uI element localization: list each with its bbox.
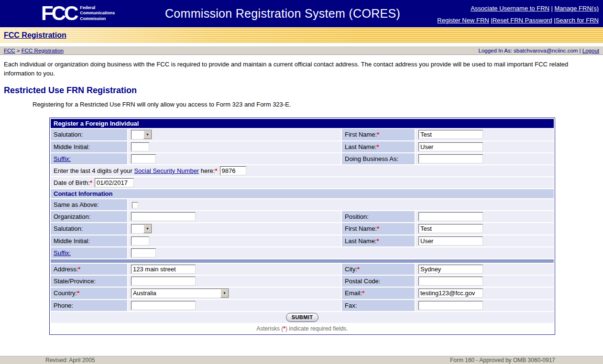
search-for-frn-link[interactable]: Search for FRN (556, 17, 599, 24)
note-text-prefix: Asterisks ( (256, 325, 283, 332)
phone-cell (128, 300, 341, 311)
required-fields-note: Asterisks (*) indicate required fields. (51, 324, 554, 333)
row-ssn: Enter the last 4 digits of your Social S… (51, 165, 554, 176)
country-cell: Australia▼ (128, 288, 341, 299)
same-as-above-cell (128, 199, 554, 210)
last-name-input[interactable] (418, 142, 483, 151)
logged-in-text: Logged In As: sbatchvarova@nciinc.com (478, 48, 578, 54)
email-label: Email:* (342, 288, 415, 299)
salutation-label: Salutation: (51, 129, 127, 140)
contact-suffix-input[interactable] (131, 248, 156, 257)
fax-cell (416, 300, 554, 311)
same-as-above-label: Same as Above: (51, 199, 127, 210)
same-as-above-checkbox[interactable] (132, 202, 138, 208)
section-divider (51, 259, 554, 263)
address-input[interactable] (131, 265, 196, 274)
logo-subtitle-line: Federal (80, 5, 115, 11)
fcc-registration-banner: FCC Registration (0, 27, 603, 43)
phone-input[interactable] (131, 301, 196, 310)
breadcrumb-separator: > (15, 48, 22, 54)
required-asterisk: * (376, 237, 379, 245)
section-header-row: Register a Foreign Individual (51, 119, 554, 128)
ssn-text-prefix: Enter the last 4 digits of your (54, 167, 134, 174)
middle-initial-input[interactable] (131, 142, 149, 151)
page-title: Restricted Use FRN Registration (4, 86, 599, 96)
contact-first-name-input[interactable] (418, 224, 483, 233)
required-asterisk: * (377, 225, 379, 232)
required-asterisk: * (376, 143, 379, 150)
row-suffix-dba: Suffix: Doing Business As: (51, 153, 554, 164)
contact-last-name-input[interactable] (418, 236, 483, 246)
section-title-contact-information: Contact Information (51, 189, 554, 198)
logo-subtitle-line: Communications (80, 11, 115, 16)
fcc-registration-banner-link[interactable]: FCC Registration (4, 31, 66, 39)
label-text: Middle Initial: (54, 237, 90, 245)
separator: | (578, 48, 582, 54)
submit-row: SUBMIT (51, 312, 554, 323)
label-text: Position: (345, 213, 369, 220)
contact-suffix-link[interactable]: Suffix: (54, 249, 71, 257)
ssn-link[interactable]: Social Security Number (134, 167, 199, 174)
address-label: Address:* (51, 264, 127, 275)
country-select[interactable]: Australia▼ (131, 289, 229, 298)
dba-cell (416, 153, 554, 164)
intro-text: Each individual or organization doing bu… (4, 60, 599, 78)
row-organization-position: Organization: Position: (51, 211, 554, 222)
label-text: Address: (54, 266, 78, 273)
required-asterisk: * (377, 131, 379, 138)
separator: | (549, 5, 555, 12)
first-name-input[interactable] (418, 130, 483, 139)
position-input[interactable] (418, 212, 483, 221)
manage-frn-link[interactable]: Manage FRN(s) (555, 5, 599, 12)
breadcrumb: FCC > FCC Registration (4, 48, 64, 54)
register-new-frn-link[interactable]: Register New FRN (437, 17, 489, 24)
first-name-label: First Name:* (342, 129, 415, 140)
note-row: Asterisks (*) indicate required fields. (51, 324, 554, 333)
page-subtitle: Registering for a Restricted Use FRN wil… (33, 101, 599, 108)
registration-form: Register a Foreign Individual Salutation… (49, 118, 555, 335)
contact-middle-initial-cell (128, 236, 341, 246)
fax-input[interactable] (418, 301, 483, 310)
reset-frn-password-link[interactable]: Reset FRN Password (493, 17, 552, 24)
organization-label: Organization: (51, 211, 127, 222)
salutation-select[interactable]: ▼ (131, 130, 152, 139)
label-text: City: (345, 266, 357, 273)
dba-input[interactable] (418, 154, 483, 163)
app-header: FCC Federal Communications Commission Co… (0, 0, 603, 27)
middle-initial-cell (128, 141, 341, 152)
contact-last-name-label: Last Name:* (342, 236, 415, 246)
ssn-last4-input[interactable] (220, 166, 246, 175)
section-header-row: Contact Information (51, 189, 554, 198)
dob-cell: Date of Birth:* (51, 177, 554, 188)
state-cell (128, 276, 341, 287)
associate-username-link[interactable]: Associate Username to FRN (471, 5, 549, 12)
breadcrumb-fcc-link[interactable]: FCC (4, 48, 15, 54)
separator: | (552, 17, 556, 24)
logout-link[interactable]: Logout (582, 48, 599, 54)
label-text: Same as Above: (54, 201, 99, 208)
last-name-cell (416, 141, 554, 152)
suffix-input[interactable] (131, 154, 156, 163)
row-salutation-firstname: Salutation: ▼ First Name:* (51, 129, 554, 140)
breadcrumb-fcc-registration-link[interactable]: FCC Registration (22, 48, 64, 54)
dob-input[interactable] (95, 178, 134, 187)
divider-row (51, 259, 554, 263)
required-asterisk: * (362, 289, 364, 297)
contact-salutation-select[interactable]: ▼ (131, 224, 152, 234)
label-text: Salutation: (54, 225, 83, 232)
contact-middle-initial-input[interactable] (131, 236, 149, 246)
city-input[interactable] (418, 265, 483, 274)
suffix-link[interactable]: Suffix: (54, 155, 71, 162)
submit-button[interactable]: SUBMIT (286, 313, 319, 322)
contact-suffix-label: Suffix: (51, 247, 127, 258)
dropdown-arrow-icon: ▼ (143, 225, 152, 233)
select-value (132, 130, 143, 139)
city-label: City:* (342, 264, 415, 275)
required-asterisk: * (77, 289, 79, 297)
state-input[interactable] (131, 277, 196, 286)
row-same-as-above: Same as Above: (51, 199, 554, 210)
organization-cell (128, 211, 341, 222)
organization-input[interactable] (131, 212, 196, 221)
email-input[interactable] (418, 289, 483, 298)
postal-code-input[interactable] (418, 277, 483, 286)
